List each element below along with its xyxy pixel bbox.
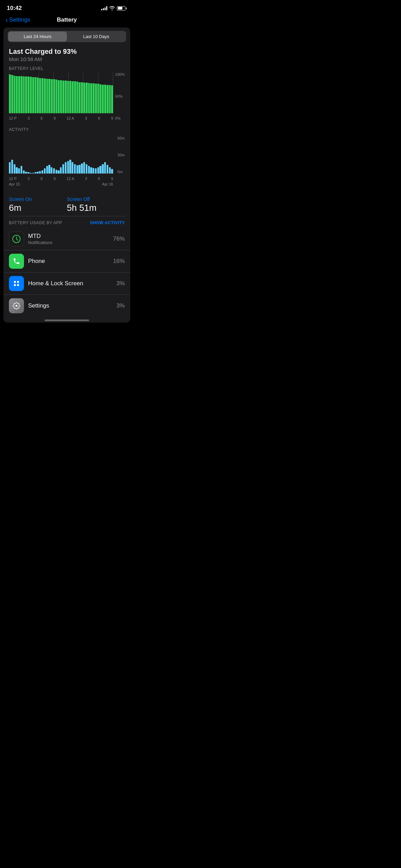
activity-x-labels: 12 P 3 6 9 12 A 3 6 9 xyxy=(9,177,113,181)
battery-bar xyxy=(11,75,13,113)
battery-bar xyxy=(93,83,95,113)
y-label-100: 100% xyxy=(115,72,125,76)
activity-bar xyxy=(62,164,64,173)
activity-bar xyxy=(48,165,50,173)
battery-bar xyxy=(69,81,71,113)
app-icon-mtd xyxy=(9,231,24,246)
battery-bar xyxy=(58,80,60,113)
activity-bar xyxy=(18,168,20,173)
battery-x-labels: 12 P 3 6 9 12 A 3 6 9 xyxy=(9,116,113,120)
screen-on-item: Screen On 6m xyxy=(9,196,67,213)
activity-bar xyxy=(16,167,17,173)
battery-bar xyxy=(27,76,29,113)
battery-bar xyxy=(107,85,109,113)
y-label-50: 50% xyxy=(115,94,125,98)
segment-container: Last 24 Hours Last 10 Days xyxy=(3,27,130,46)
app-info-settings: Settings xyxy=(28,302,116,309)
activity-bar xyxy=(27,172,29,173)
screen-on-label: Screen On xyxy=(9,196,67,202)
activity-bar xyxy=(72,162,73,173)
activity-bar xyxy=(23,170,25,173)
battery-bar xyxy=(86,83,88,113)
segment-10d[interactable]: Last 10 Days xyxy=(67,32,125,41)
activity-bar xyxy=(39,171,41,173)
battery-bar xyxy=(56,80,58,113)
status-bar: 10:42 xyxy=(0,0,134,14)
activity-bar xyxy=(32,173,34,173)
y-label-60m: 60m xyxy=(118,136,125,140)
page-title: Battery xyxy=(57,16,77,23)
battery-bar xyxy=(37,77,39,113)
activity-bar xyxy=(9,162,11,173)
activity-bars-area xyxy=(9,136,113,174)
y-label-0m: 0m xyxy=(118,170,125,174)
activity-bar xyxy=(51,167,52,173)
battery-bar xyxy=(32,77,34,113)
activity-bar xyxy=(58,170,59,173)
back-button[interactable]: ‹ Settings xyxy=(5,16,30,23)
app-icon-phone xyxy=(9,254,24,269)
battery-bar xyxy=(46,79,48,113)
activity-bar xyxy=(60,167,62,173)
battery-bar xyxy=(53,79,55,113)
battery-bar xyxy=(14,76,16,113)
battery-chart: 100% 50% 0% 12 P 3 6 9 12 A 3 6 9 xyxy=(9,72,125,120)
time-range-segment[interactable]: Last 24 Hours Last 10 Days xyxy=(8,31,126,42)
charge-title: Last Charged to 93% xyxy=(9,48,125,56)
activity-bar xyxy=(37,172,38,173)
battery-y-labels: 100% 50% 0% xyxy=(115,72,125,120)
battery-bar xyxy=(9,74,11,113)
battery-bar xyxy=(65,81,67,113)
home-indicator xyxy=(3,317,130,323)
activity-bar xyxy=(67,161,69,173)
battery-bar xyxy=(67,81,69,113)
activity-bar xyxy=(111,169,113,173)
activity-bar xyxy=(53,168,55,173)
main-content: Last 24 Hours Last 10 Days Last Charged … xyxy=(3,27,130,323)
activity-bar xyxy=(83,162,85,173)
app-item-phone[interactable]: Phone 16% xyxy=(3,250,130,273)
app-item-homescreen[interactable]: Home & Lock Screen 3% xyxy=(3,273,130,295)
battery-bars-area xyxy=(9,72,113,113)
battery-bar xyxy=(35,77,37,113)
app-icon-homescreen xyxy=(9,276,24,291)
activity-chart-label: ACTIVITY xyxy=(9,127,125,132)
activity-bar xyxy=(69,160,71,173)
home-bar xyxy=(45,320,89,321)
app-percent-phone: 16% xyxy=(113,258,125,265)
segment-24h[interactable]: Last 24 Hours xyxy=(8,32,67,41)
battery-bar xyxy=(74,81,76,113)
battery-bar xyxy=(102,85,104,113)
battery-bar xyxy=(60,80,62,113)
screen-off-item: Screen Off 5h 51m xyxy=(67,196,125,213)
app-item-settings[interactable]: Settings 3% xyxy=(3,295,130,317)
battery-bar xyxy=(97,84,99,113)
battery-bar xyxy=(25,76,27,113)
signal-icon xyxy=(101,6,107,10)
battery-chart-label: BATTERY LEVEL xyxy=(9,66,125,71)
y-label-30m: 30m xyxy=(118,153,125,157)
back-label: Settings xyxy=(9,16,30,23)
app-item-mtd[interactable]: MTD Notifications 76% xyxy=(3,228,130,250)
status-time: 10:42 xyxy=(7,5,22,12)
charge-info: Last Charged to 93% Mon 10:58 AM xyxy=(3,46,130,66)
wifi-icon xyxy=(109,6,115,10)
battery-bar xyxy=(51,79,53,113)
activity-bar xyxy=(65,162,66,173)
chevron-left-icon: ‹ xyxy=(5,16,8,23)
activity-bar xyxy=(35,172,36,173)
activity-bar xyxy=(44,168,46,173)
activity-bar xyxy=(21,166,22,173)
screen-on-value: 6m xyxy=(9,203,67,213)
usage-title: BATTERY USAGE BY APP xyxy=(9,220,62,225)
status-icons xyxy=(101,6,127,11)
battery-bar xyxy=(109,85,111,113)
battery-bar xyxy=(23,76,25,113)
activity-chart: 60m 30m 0m 12 P 3 6 9 12 A 3 6 9 Apr 15 … xyxy=(9,136,125,181)
battery-bar xyxy=(78,82,81,113)
svg-rect-1 xyxy=(14,281,16,283)
show-activity-button[interactable]: SHOW ACTIVITY xyxy=(90,220,125,225)
battery-bar xyxy=(62,81,64,113)
battery-icon xyxy=(117,6,127,11)
activity-bar xyxy=(56,170,57,173)
